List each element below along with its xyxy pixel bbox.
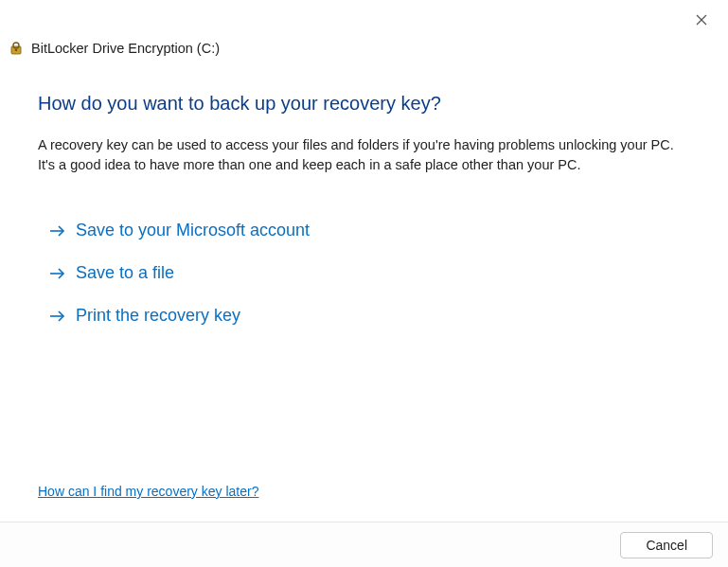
option-label: Print the recovery key	[76, 306, 240, 326]
bitlocker-icon	[8, 40, 25, 57]
arrow-right-icon	[49, 308, 66, 325]
dialog-footer: Cancel	[0, 522, 728, 567]
dialog-content: How do you want to back up your recovery…	[0, 57, 728, 326]
option-print-recovery-key[interactable]: Print the recovery key	[49, 306, 690, 326]
arrow-right-icon	[49, 222, 66, 239]
cancel-button[interactable]: Cancel	[620, 532, 713, 558]
help-link[interactable]: How can I find my recovery key later?	[38, 484, 258, 499]
close-button[interactable]	[692, 9, 711, 32]
option-label: Save to your Microsoft account	[76, 221, 310, 240]
svg-point-4	[15, 49, 18, 52]
close-icon	[696, 14, 707, 26]
description-text: A recovery key can be used to access you…	[38, 135, 690, 175]
dialog-title: BitLocker Drive Encryption (C:)	[31, 41, 220, 56]
options-list: Save to your Microsoft account Save to a…	[38, 221, 690, 326]
option-label: Save to a file	[76, 263, 174, 283]
option-save-to-file[interactable]: Save to a file	[49, 263, 690, 283]
main-heading: How do you want to back up your recovery…	[38, 93, 690, 115]
arrow-right-icon	[49, 265, 66, 282]
option-save-microsoft-account[interactable]: Save to your Microsoft account	[49, 221, 690, 240]
dialog-header: BitLocker Drive Encryption (C:)	[0, 0, 728, 57]
